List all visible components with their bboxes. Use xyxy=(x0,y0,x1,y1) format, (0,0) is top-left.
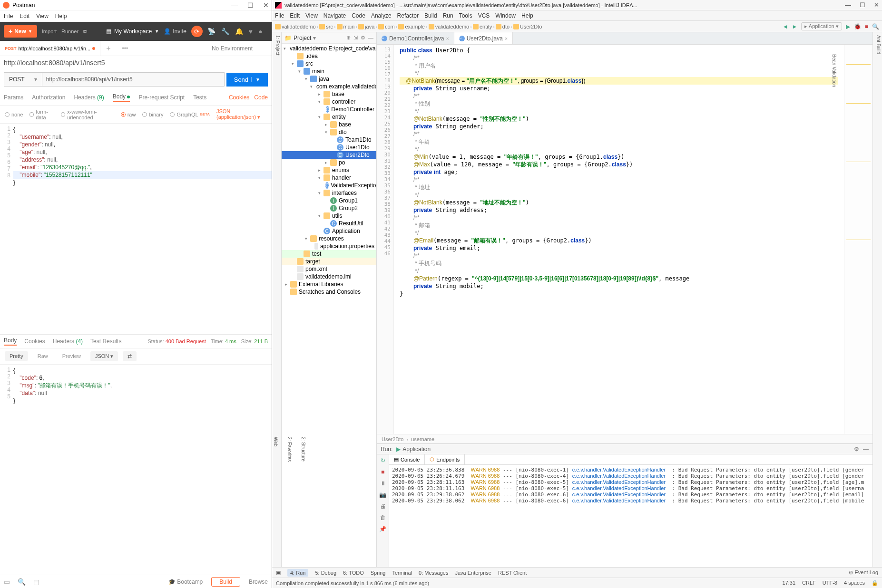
tab-options-button[interactable]: ••• xyxy=(117,45,134,52)
menu-help[interactable]: Help xyxy=(521,12,533,19)
tree-node[interactable]: ▾src xyxy=(282,60,376,67)
tool-struct[interactable]: 2: Structure xyxy=(301,437,306,564)
tree-node[interactable]: CValidatedExceptionHandl xyxy=(282,182,376,189)
close-icon[interactable]: ✕ xyxy=(263,1,269,9)
editor-tab[interactable]: CUser2Dto.java× xyxy=(454,32,513,44)
menu-code[interactable]: Code xyxy=(352,12,365,19)
menu-analyze[interactable]: Analyze xyxy=(371,12,392,19)
send-button[interactable]: Send▼ xyxy=(226,73,268,87)
crumb[interactable]: dto xyxy=(496,24,510,29)
target-icon[interactable]: ⊕ xyxy=(346,35,351,41)
browse-button[interactable]: Browse xyxy=(249,578,268,585)
user-avatar[interactable]: ● xyxy=(258,28,262,35)
tree-node[interactable]: CResultUtil xyxy=(282,220,376,227)
tree-node[interactable]: validateddemo.iml xyxy=(282,273,376,280)
menu-file[interactable]: File xyxy=(275,12,284,19)
menu-edit[interactable]: Edit xyxy=(290,12,300,19)
invite-button[interactable]: 👤Invite xyxy=(164,28,186,35)
bell-icon[interactable]: 🔔 xyxy=(235,28,243,35)
lock-icon[interactable]: 🔒 xyxy=(872,580,878,586)
trash-icon[interactable]: 🗑 xyxy=(380,514,386,521)
menu-navigate[interactable]: Navigate xyxy=(323,12,346,19)
menu-view[interactable]: View xyxy=(36,13,49,19)
minimap[interactable] xyxy=(844,45,872,434)
menu-vcs[interactable]: VCS xyxy=(478,12,490,19)
close-icon[interactable]: ✕ xyxy=(874,1,879,9)
bottom-tab[interactable]: 4: Run xyxy=(287,569,308,577)
menu-refactor[interactable]: Refactor xyxy=(397,12,419,19)
code-editor[interactable]: public class User2Dto { /** * 用户名 */ @No… xyxy=(394,45,844,434)
request-body-editor[interactable]: 12345678 { "username": null, "gender": n… xyxy=(0,124,272,334)
workspace-dropdown[interactable]: ▦ My Workspace ▼ xyxy=(106,28,159,35)
console-tab[interactable]: ▤Console xyxy=(389,454,425,464)
crumb[interactable]: validateddemo xyxy=(429,24,470,29)
bottom-tab[interactable]: 6: TODO xyxy=(343,570,364,576)
collapse-icon[interactable]: ⇲ xyxy=(353,35,358,41)
tree-node[interactable]: application.properties xyxy=(282,242,376,250)
tree-node[interactable]: ▸base xyxy=(282,90,376,98)
method-select[interactable]: POST▾ xyxy=(4,72,42,87)
menu-edit[interactable]: Edit xyxy=(20,13,29,19)
code-link[interactable]: Code xyxy=(254,94,268,101)
tree-node[interactable]: ▾controller xyxy=(282,98,376,106)
editor-tab[interactable]: CDemo1Controller.java× xyxy=(377,32,454,44)
hide-icon[interactable]: — xyxy=(368,35,373,41)
maximize-icon[interactable]: ☐ xyxy=(247,1,254,9)
tree-node[interactable]: ▾com.example.validateddemo xyxy=(282,83,376,90)
content-type-select[interactable]: JSON (application/json) ▾ xyxy=(216,108,267,120)
body-raw[interactable]: raw xyxy=(121,112,136,117)
project-tree[interactable]: ▾validateddemo E:\project_code\validated… xyxy=(282,44,376,567)
tree-node[interactable]: CUser1Dto xyxy=(282,144,376,151)
build-button[interactable]: Build xyxy=(211,577,240,587)
menu-file[interactable]: File xyxy=(4,13,13,19)
run-config-select[interactable]: ▸ Application ▾ xyxy=(801,22,842,30)
add-tab-button[interactable]: + xyxy=(100,44,116,53)
find-icon[interactable]: 🔍 xyxy=(18,578,26,586)
tab-prerequest[interactable]: Pre-request Script xyxy=(138,94,185,101)
bottom-tab[interactable]: REST Client xyxy=(498,570,527,576)
body-urlencoded[interactable]: x-www-form-urlencoded xyxy=(61,109,114,120)
tool-window-icon[interactable]: ▣ xyxy=(276,569,281,576)
tree-node[interactable]: ▾java xyxy=(282,75,376,83)
tool-bean[interactable]: Bean Validation xyxy=(832,54,837,564)
import-button[interactable]: Import xyxy=(42,29,57,34)
debug-icon[interactable]: 🐞 xyxy=(854,23,861,30)
minimize-icon[interactable]: — xyxy=(231,1,238,9)
bottom-tab[interactable]: Spring xyxy=(371,570,386,576)
tree-node[interactable]: ▾dto xyxy=(282,128,376,136)
view-pretty[interactable]: Pretty xyxy=(5,351,28,361)
gear-icon[interactable]: ⚙ xyxy=(361,35,365,41)
wrap-icon[interactable]: ⇄ xyxy=(123,351,137,361)
gear-icon[interactable]: ⚙ xyxy=(854,446,859,453)
tree-node[interactable]: ▸External Libraries xyxy=(282,280,376,288)
resp-headers[interactable]: Headers (4) xyxy=(53,338,83,345)
tree-node[interactable]: CApplication xyxy=(282,227,376,235)
tree-node[interactable]: ▾resources xyxy=(282,235,376,242)
stop-icon[interactable]: ■ xyxy=(381,469,384,475)
url-input[interactable]: http://localhost:8080/api/v1/insert5 xyxy=(42,72,225,87)
rerun-icon[interactable]: ↻ xyxy=(381,457,385,464)
stop-icon[interactable]: ■ xyxy=(865,23,868,30)
tree-node[interactable]: IGroup2 xyxy=(282,204,376,212)
tree-node[interactable]: ▾interfaces xyxy=(282,189,376,197)
console-icon[interactable]: ▤ xyxy=(33,578,39,586)
satellite-icon[interactable]: 📡 xyxy=(207,28,216,35)
minimize-icon[interactable]: — xyxy=(845,1,851,9)
console-output[interactable]: 2020-09-05 23:25:36.838 WARN 6988 --- [n… xyxy=(389,465,872,567)
tree-node[interactable]: ▸enums xyxy=(282,166,376,174)
resp-body[interactable]: Body xyxy=(4,337,17,346)
tree-node[interactable]: CTeam1Dto xyxy=(282,136,376,144)
tree-node[interactable]: ▸po xyxy=(282,159,376,166)
crumb[interactable]: User2Dto xyxy=(513,24,542,29)
menu-view[interactable]: View xyxy=(305,12,318,19)
print-icon[interactable]: 🖨 xyxy=(380,503,386,510)
request-tab[interactable]: POST http://localhost:8080/api/v1/in... xyxy=(0,41,100,56)
crumb[interactable]: com xyxy=(378,24,395,29)
tree-node[interactable]: CUser2Dto xyxy=(282,151,376,159)
wrench-icon[interactable]: 🔧 xyxy=(221,28,229,35)
bottom-tab[interactable]: Terminal xyxy=(392,570,412,576)
sync-icon[interactable]: ⟳ xyxy=(191,26,203,37)
back-icon[interactable]: ◄ xyxy=(783,23,788,30)
body-none[interactable]: none xyxy=(5,112,23,117)
view-type[interactable]: JSON ▾ xyxy=(90,351,118,361)
